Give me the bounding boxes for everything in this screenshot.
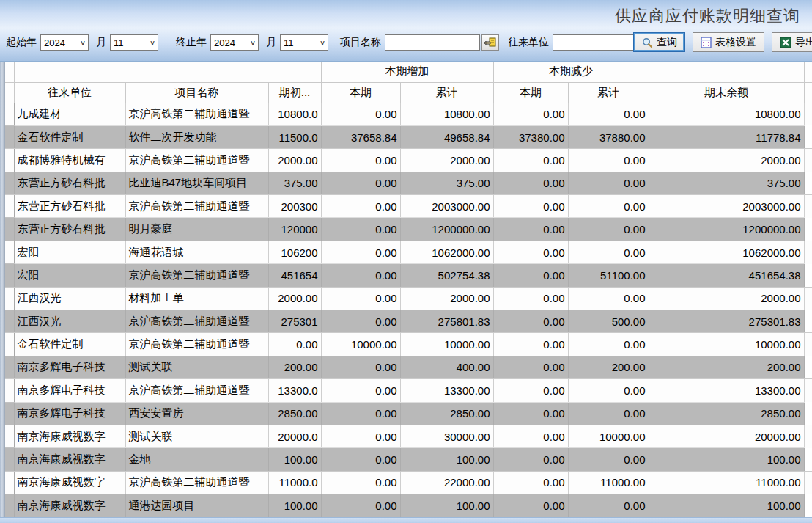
beginning-balance-cell[interactable]: 451654 bbox=[268, 264, 321, 287]
row-indicator[interactable] bbox=[5, 471, 14, 494]
increase-current-cell[interactable]: 0.00 bbox=[321, 379, 400, 402]
table-row[interactable]: 南京多辉电子科技西安安置房2850.000.002850.000.000.002… bbox=[5, 402, 812, 425]
beginning-balance-cell[interactable]: 200300 bbox=[268, 195, 321, 218]
beginning-balance-cell[interactable]: 2000.00 bbox=[268, 287, 321, 310]
vendor-cell[interactable]: 南京海康威视数字 bbox=[14, 494, 125, 517]
beginning-balance-cell[interactable]: 200.00 bbox=[268, 356, 321, 378]
start-year-select[interactable]: 2024 ∨ bbox=[40, 34, 89, 51]
decrease-current-cell[interactable]: 0.00 bbox=[493, 356, 568, 378]
increase-current-cell[interactable]: 0.00 bbox=[321, 448, 400, 471]
ending-balance-cell[interactable]: 451654.38 bbox=[649, 264, 804, 287]
increase-cumulative-cell[interactable]: 13300.00 bbox=[400, 379, 493, 402]
increase-cumulative-cell[interactable]: 502754.38 bbox=[400, 264, 493, 287]
project-cell[interactable]: 测试关联 bbox=[125, 425, 268, 447]
row-indicator[interactable] bbox=[5, 425, 14, 447]
decrease-cumulative-cell[interactable]: 500.00 bbox=[568, 310, 649, 333]
table-row[interactable]: 江西汉光京沪高铁第二辅助通道暨2753010.00275801.830.0050… bbox=[5, 310, 812, 333]
row-indicator[interactable] bbox=[5, 149, 14, 172]
increase-current-cell[interactable]: 0.00 bbox=[321, 425, 400, 447]
vendor-cell[interactable]: 江西汉光 bbox=[14, 287, 125, 310]
increase-cumulative-cell[interactable]: 375.00 bbox=[400, 172, 493, 194]
increase-current-cell[interactable]: 0.00 bbox=[321, 494, 400, 517]
table-row[interactable]: 东营正方砂石料批比亚迪B47地块车间项目375.000.00375.000.00… bbox=[5, 172, 812, 194]
increase-current-cell[interactable]: 37658.84 bbox=[321, 125, 400, 148]
ending-balance-cell[interactable]: 10000.00 bbox=[649, 333, 804, 356]
increase-cumulative-cell[interactable]: 2003000.00 bbox=[400, 195, 493, 218]
vendor-cell[interactable]: 南京海康威视数字 bbox=[14, 471, 125, 494]
vendor-cell[interactable]: 东营正方砂石料批 bbox=[14, 195, 125, 218]
decrease-current-cell[interactable]: 0.00 bbox=[493, 448, 568, 471]
ending-balance-cell[interactable]: 1200000.00 bbox=[649, 218, 804, 241]
col-header-project[interactable]: 项目名称 bbox=[125, 82, 268, 103]
row-indicator[interactable] bbox=[5, 125, 14, 148]
project-cell[interactable]: 京沪高铁第二辅助通道暨 bbox=[125, 103, 268, 125]
decrease-cumulative-cell[interactable]: 10000.00 bbox=[568, 425, 649, 447]
beginning-balance-cell[interactable]: 11000.0 bbox=[268, 471, 321, 494]
col-header-decrease-current[interactable]: 本期 bbox=[493, 82, 568, 103]
table-row[interactable]: 金石软件定制软件二次开发功能11500.037658.8449658.84373… bbox=[5, 125, 812, 148]
ending-balance-cell[interactable]: 375.00 bbox=[649, 172, 804, 194]
horizontal-scrollbar[interactable] bbox=[0, 517, 812, 523]
decrease-cumulative-cell[interactable]: 0.00 bbox=[568, 195, 649, 218]
col-header-ending-balance[interactable]: 期末余额 bbox=[649, 82, 804, 103]
decrease-current-cell[interactable]: 0.00 bbox=[493, 425, 568, 447]
project-cell[interactable]: 测试关联 bbox=[125, 356, 268, 378]
decrease-current-cell[interactable]: 0.00 bbox=[493, 241, 568, 263]
col-header-decrease-cumulative[interactable]: 累计 bbox=[568, 82, 649, 103]
row-indicator[interactable] bbox=[5, 356, 14, 378]
decrease-cumulative-cell[interactable]: 0.00 bbox=[568, 218, 649, 241]
increase-current-cell[interactable]: 0.00 bbox=[321, 103, 400, 125]
table-row[interactable]: 金石软件定制京沪高铁第二辅助通道暨0.0010000.0010000.000.0… bbox=[5, 333, 812, 356]
decrease-current-cell[interactable]: 0.00 bbox=[493, 264, 568, 287]
vendor-cell[interactable]: 东营正方砂石料批 bbox=[14, 218, 125, 241]
beginning-balance-cell[interactable]: 10800.0 bbox=[268, 103, 321, 125]
increase-current-cell[interactable]: 10000.00 bbox=[321, 333, 400, 356]
increase-current-cell[interactable]: 0.00 bbox=[321, 218, 400, 241]
table-row[interactable]: 九成建材京沪高铁第二辅助通道暨10800.00.0010800.000.000.… bbox=[5, 103, 812, 125]
row-indicator[interactable] bbox=[5, 287, 14, 310]
ending-balance-cell[interactable]: 1062000.00 bbox=[649, 241, 804, 263]
table-row[interactable]: 南京海康威视数字金地100.000.00100.000.000.00100.00 bbox=[5, 448, 812, 471]
row-indicator[interactable] bbox=[5, 218, 14, 241]
project-cell[interactable]: 海通花语城 bbox=[125, 241, 268, 263]
increase-cumulative-cell[interactable]: 1200000.00 bbox=[400, 218, 493, 241]
decrease-current-cell[interactable]: 0.00 bbox=[493, 149, 568, 172]
vendor-cell[interactable]: 东营正方砂石料批 bbox=[14, 172, 125, 194]
project-cell[interactable]: 京沪高铁第二辅助通道暨 bbox=[125, 310, 268, 333]
increase-cumulative-cell[interactable]: 2000.00 bbox=[400, 287, 493, 310]
increase-cumulative-cell[interactable]: 30000.00 bbox=[400, 425, 493, 447]
end-month-select[interactable]: 11 ∨ bbox=[280, 34, 328, 51]
table-row[interactable]: 江西汉光材料加工单2000.000.002000.000.000.002000.… bbox=[5, 287, 812, 310]
decrease-cumulative-cell[interactable]: 0.00 bbox=[568, 287, 649, 310]
project-lookup-button[interactable] bbox=[481, 34, 499, 51]
vendor-cell[interactable]: 成都博雅特机械有 bbox=[14, 149, 125, 172]
beginning-balance-cell[interactable]: 20000.0 bbox=[268, 425, 321, 447]
beginning-balance-cell[interactable]: 106200 bbox=[268, 241, 321, 263]
row-indicator[interactable] bbox=[5, 448, 14, 471]
decrease-cumulative-cell[interactable]: 0.00 bbox=[568, 241, 649, 263]
project-cell[interactable]: 通港达园项目 bbox=[125, 494, 268, 517]
ending-balance-cell[interactable]: 100.00 bbox=[649, 448, 804, 471]
table-row[interactable]: 南京海康威视数字京沪高铁第二辅助通道暨11000.00.0022000.000.… bbox=[5, 471, 812, 494]
beginning-balance-cell[interactable]: 375.00 bbox=[268, 172, 321, 194]
ending-balance-cell[interactable]: 20000.00 bbox=[649, 425, 804, 447]
row-indicator[interactable] bbox=[5, 333, 14, 356]
vendor-cell[interactable]: 南京多辉电子科技 bbox=[14, 402, 125, 425]
table-row[interactable]: 南京海康威视数字测试关联20000.00.0030000.000.0010000… bbox=[5, 425, 812, 447]
vendor-cell[interactable]: 南京多辉电子科技 bbox=[14, 356, 125, 378]
vendor-cell[interactable]: 江西汉光 bbox=[14, 310, 125, 333]
increase-cumulative-cell[interactable]: 10800.00 bbox=[400, 103, 493, 125]
beginning-balance-cell[interactable]: 120000 bbox=[268, 218, 321, 241]
decrease-cumulative-cell[interactable]: 0.00 bbox=[568, 379, 649, 402]
table-row[interactable]: 南京海康威视数字通港达园项目100.000.00100.000.000.0010… bbox=[5, 494, 812, 517]
end-year-select[interactable]: 2024 ∨ bbox=[210, 34, 259, 51]
beginning-balance-cell[interactable]: 2850.00 bbox=[268, 402, 321, 425]
ending-balance-cell[interactable]: 11778.84 bbox=[649, 125, 804, 148]
increase-current-cell[interactable]: 0.00 bbox=[321, 264, 400, 287]
row-indicator[interactable] bbox=[5, 379, 14, 402]
decrease-cumulative-cell[interactable]: 0.00 bbox=[568, 333, 649, 356]
project-cell[interactable]: 京沪高铁第二辅助通道暨 bbox=[125, 149, 268, 172]
col-header-vendor[interactable]: 往来单位 bbox=[14, 82, 125, 103]
table-row[interactable]: 东营正方砂石料批明月豪庭1200000.001200000.000.000.00… bbox=[5, 218, 812, 241]
table-row[interactable]: 成都博雅特机械有京沪高铁第二辅助通道暨2000.000.002000.000.0… bbox=[5, 149, 812, 172]
